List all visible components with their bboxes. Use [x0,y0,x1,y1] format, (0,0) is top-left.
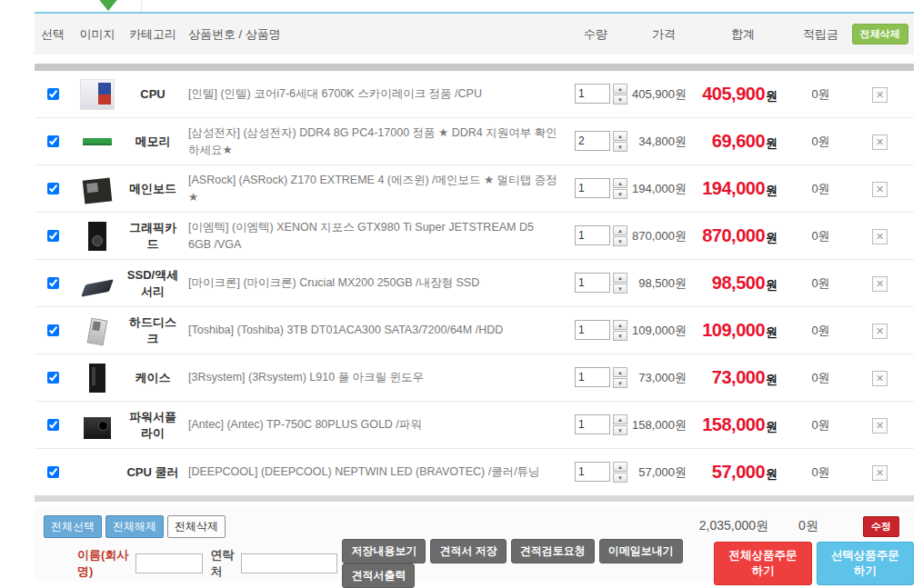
contact-input[interactable] [241,553,337,573]
quantity-down-button[interactable]: ▼ [613,425,627,435]
quote-action-button[interactable]: 견적서출력 [342,563,415,588]
quantity-down-button[interactable]: ▼ [613,473,627,483]
quantity-input[interactable] [575,320,610,340]
row-total: 73,000원 [696,367,796,388]
quantity-input[interactable] [575,131,610,151]
row-select-checkbox[interactable] [47,324,59,336]
quantity-up-button[interactable]: ▲ [613,320,627,330]
quote-action-button[interactable]: 견적검토요청 [511,539,595,563]
won-suffix: 원 [766,325,778,339]
category-label: 파워서플라이 [124,409,182,442]
quantity-up-button[interactable]: ▲ [613,178,627,188]
deselect-all-button[interactable]: 전체해제 [105,515,164,538]
quantity-up-button[interactable]: ▲ [613,131,627,141]
won-suffix: 원 [766,467,778,481]
delete-item-button[interactable]: ✕ [872,135,888,150]
table-header: 선택 이미지 카테고리 상품번호 / 상품명 수량 가격 합계 적립금 전체삭제 [35,14,914,55]
points-value: 0원 [796,417,846,434]
delete-item-button[interactable]: ✕ [872,371,888,386]
quantity-input[interactable] [575,84,610,104]
delete-item-button[interactable]: ✕ [872,418,888,434]
quantity-up-button[interactable]: ▲ [613,414,627,424]
quantity-up-button[interactable]: ▲ [613,84,627,94]
points-value: 0원 [796,86,846,103]
quantity-down-button[interactable]: ▼ [613,284,627,294]
quote-action-button[interactable]: 이메일보내기 [599,539,683,563]
product-image [80,79,115,110]
quantity-up-button[interactable]: ▲ [613,273,627,283]
quantity-down-button[interactable]: ▼ [613,378,627,388]
total-price-value: 98,500 [712,273,765,293]
row-total: 194,000원 [696,178,796,199]
row-total: 870,000원 [696,225,796,246]
quantity-input[interactable] [575,414,610,434]
name-input[interactable] [135,553,203,573]
quote-buttons: 저장내용보기견적서 저장견적검토요청이메일보내기견적서출력 [337,539,707,588]
points-value: 0원 [796,181,846,197]
points-value: 0원 [796,275,846,292]
product-image [80,457,115,488]
product-name: [DEEPCOOL] (DEEPCOOL) NEPTWIN LED (BRAVO… [182,463,559,480]
product-image [81,279,114,297]
total-price-value: 158,000 [702,414,765,434]
quantity-up-button[interactable]: ▲ [613,367,627,377]
row-select-checkbox[interactable] [47,372,59,384]
row-total: 109,000원 [696,320,796,341]
order-all-button[interactable]: 전체상품주문하기 [714,542,811,585]
quantity-input[interactable] [575,462,610,482]
cart-page: 선택 이미지 카테고리 상품번호 / 상품명 수량 가격 합계 적립금 전체삭제… [0,0,923,588]
table-row: 케이스 [3Rsystem] (3Rsystem) L910 풀 아크릴 윈도우… [35,354,914,402]
quantity-down-button[interactable]: ▼ [613,142,627,152]
quantity-down-button[interactable]: ▼ [613,95,627,105]
select-all-button[interactable]: 전체선택 [44,515,102,538]
quantity-down-button[interactable]: ▼ [613,331,627,341]
quantity-input[interactable] [575,367,610,387]
points-value: 0원 [796,464,846,481]
category-label: CPU [124,87,182,101]
row-select-checkbox[interactable] [47,277,59,289]
row-total: 57,000원 [696,462,796,483]
grand-total: 2,035,000원 [664,518,768,534]
col-header-image: 이미지 [71,26,124,43]
edit-button[interactable]: 수정 [863,516,899,537]
col-header-price: 가격 [632,26,696,43]
unit-price: 73,000원 [632,370,696,386]
quote-action-button[interactable]: 저장내용보기 [342,539,426,563]
category-label: SSD/액세서리 [124,267,182,300]
quantity-up-button[interactable]: ▲ [613,462,627,472]
product-name: [3Rsystem] (3Rsystem) L910 풀 아크릴 윈도우 [182,369,559,385]
points-value: 0원 [796,228,846,244]
row-select-checkbox[interactable] [47,183,59,194]
row-select-checkbox[interactable] [47,135,59,147]
table-row: 그래픽카드 [이엠텍] (이엠텍) XENON 지포스 GTX980 Ti Su… [35,213,914,260]
delete-item-button[interactable]: ✕ [872,229,888,244]
row-select-checkbox[interactable] [47,419,59,431]
quantity-up-button[interactable]: ▲ [613,225,627,235]
delete-item-button[interactable]: ✕ [872,182,888,197]
delete-item-button[interactable]: ✕ [872,324,888,339]
row-select-checkbox[interactable] [47,466,59,478]
row-select-checkbox[interactable] [47,230,59,242]
table-row: 파워서플라이 [Antec] (Antec) TP-750C 80PLUS GO… [35,402,914,449]
quantity-input[interactable] [575,225,610,245]
quantity-input[interactable] [575,178,610,198]
green-arrow-icon [89,0,127,11]
category-label: 메인보드 [124,181,182,197]
product-name: [이엠텍] (이엠텍) XENON 지포스 GTX980 Ti Super JE… [182,219,559,252]
total-price-value: 870,000 [702,225,765,245]
row-select-checkbox[interactable] [47,88,59,100]
points-value: 0원 [796,370,846,386]
delete-item-button[interactable]: ✕ [872,465,888,481]
product-name: [삼성전자] (삼성전자) DDR4 8G PC4-17000 정품 ★ DDR… [182,125,559,157]
delete-all-footer-button[interactable]: 전체삭제 [167,515,226,538]
quantity-down-button[interactable]: ▼ [613,236,627,246]
quote-action-button[interactable]: 견적서 저장 [430,539,506,563]
delete-item-button[interactable]: ✕ [872,87,888,103]
delete-item-button[interactable]: ✕ [872,276,888,292]
points-value: 0원 [796,323,846,339]
order-selected-button[interactable]: 선택상품주문하기 [817,542,914,585]
delete-all-button[interactable]: 전체삭제 [852,24,908,45]
won-suffix: 원 [766,373,778,386]
quantity-input[interactable] [575,273,610,293]
quantity-down-button[interactable]: ▼ [613,189,627,199]
